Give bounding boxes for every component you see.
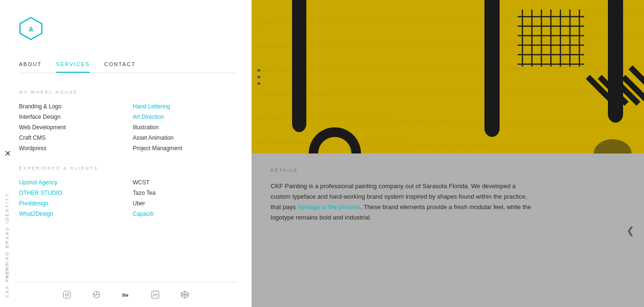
client-pivot[interactable]: Pivotdesign: [19, 200, 123, 207]
social-bar: Be: [14, 282, 237, 307]
behance-icon[interactable]: Be: [121, 289, 131, 300]
svg-rect-2: [63, 291, 70, 298]
client-what2design[interactable]: What2Design: [19, 211, 123, 217]
nav-contact[interactable]: CONTACT: [104, 61, 135, 73]
client-uber[interactable]: Uber: [133, 200, 237, 207]
logo-area: a: [19, 17, 237, 42]
svg-rect-18: [252, 0, 644, 154]
linkedin-icon[interactable]: [150, 289, 161, 300]
svg-point-26: [292, 115, 306, 132]
right-panel: DETAILS CKF Painting is a professional p…: [252, 0, 644, 307]
service-interface[interactable]: Interface Design: [19, 114, 123, 120]
client-capacitr[interactable]: Capacitr: [133, 211, 237, 217]
scroll-indicators: [257, 69, 260, 85]
nav-about[interactable]: ABOUT: [19, 61, 42, 73]
instagram-icon[interactable]: [62, 289, 72, 300]
main-nav: ABOUT SERVICES CONTACT: [19, 61, 237, 73]
svg-rect-25: [292, 0, 306, 124]
flag-svg: [252, 0, 644, 154]
next-label: NEXT: [5, 261, 9, 278]
wheel-house-heading: MY WHEEL HOUSE: [19, 90, 237, 95]
highlight-text: homage to the process: [297, 203, 360, 211]
sidebar-content: a ABOUT SERVICES CONTACT MY WHEEL HOUSE …: [14, 0, 251, 307]
image-background: [252, 0, 644, 154]
details-section: DETAILS CKF Painting is a professional p…: [252, 154, 644, 307]
sidebar: CKF PAINTING BRAND IDENTITY a ABOUT SERV…: [0, 0, 252, 307]
details-text: CKF Painting is a professional painting …: [271, 181, 532, 223]
svg-text:a: a: [29, 25, 33, 33]
service-project-mgmt[interactable]: Project Managment: [133, 145, 237, 152]
scroll-dot-1: [257, 69, 260, 72]
svg-point-4: [68, 292, 69, 293]
service-craft-cms[interactable]: Craft CMS: [19, 134, 123, 141]
codepen-icon[interactable]: [180, 289, 190, 300]
scroll-dot-3: [257, 82, 260, 85]
details-label: DETAILS: [271, 168, 625, 173]
client-upshot[interactable]: Upshot Agency: [19, 179, 123, 186]
service-branding[interactable]: Branding & Logo: [19, 103, 123, 110]
service-hand-lettering[interactable]: Hand Lettering: [133, 103, 237, 110]
service-illustration[interactable]: Illustration: [133, 124, 237, 131]
scroll-dot-2: [257, 76, 260, 78]
svg-rect-27: [484, 0, 500, 128]
service-web-dev[interactable]: Web Development: [19, 124, 123, 131]
service-asset-animation[interactable]: Asset Animation: [133, 134, 237, 141]
next-arrow-button[interactable]: ❮: [626, 225, 635, 236]
nav-services[interactable]: SERVICES: [56, 61, 90, 73]
service-wordpress[interactable]: Wordpress: [19, 145, 123, 152]
close-button[interactable]: ×: [5, 147, 11, 160]
svg-rect-7: [152, 291, 159, 298]
logo-icon: a: [19, 17, 43, 40]
client-tazo[interactable]: Tazo Tea: [133, 190, 237, 196]
clients-grid: Upshot Agency WCST OTHER STUDIO Tazo Tea…: [19, 179, 237, 217]
svg-point-30: [608, 106, 623, 123]
hero-image: [252, 0, 644, 154]
svg-text:Be: Be: [122, 292, 128, 297]
client-other-studio[interactable]: OTHER STUDIO: [19, 190, 123, 196]
dribbble-icon[interactable]: [91, 289, 102, 300]
experience-heading: EXPERIENCE & CLIENTS: [19, 166, 237, 171]
svg-point-28: [484, 120, 500, 137]
services-grid: Branding & Logo Hand Lettering Interface…: [19, 103, 237, 152]
client-wcst[interactable]: WCST: [133, 179, 237, 186]
svg-point-3: [66, 293, 68, 296]
service-art-direction[interactable]: Art Direction: [133, 114, 237, 120]
